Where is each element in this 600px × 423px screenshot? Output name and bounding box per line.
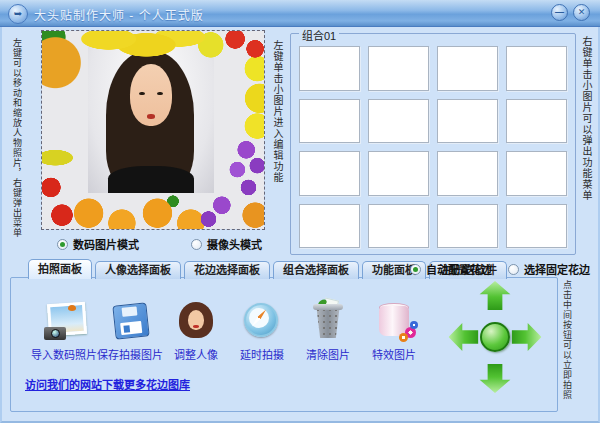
- tool-label: 导入数码照片: [31, 346, 97, 362]
- clear-photo-button[interactable]: 清除图片: [295, 302, 361, 362]
- download-lace-link[interactable]: 访问我们的网站下载更多花边图库: [25, 376, 190, 392]
- grid-cell[interactable]: [368, 151, 429, 196]
- grid-edit-hint-text: 左键单击小图片进入编辑功能: [270, 40, 285, 210]
- close-button[interactable]: ✕: [573, 4, 590, 21]
- floppy-shutter-shape: [122, 306, 138, 317]
- radio-label: 自动配置花边: [426, 261, 492, 277]
- flower-icon: [399, 333, 408, 342]
- titlebar[interactable]: ➥ 大头贴制作大师 - 个人正式版 — ✕: [0, 0, 600, 27]
- grid-cell[interactable]: [437, 46, 498, 91]
- radio-unchecked-icon: [508, 264, 519, 275]
- flower-icon: [410, 321, 418, 329]
- tool-label: 清除图片: [306, 346, 350, 362]
- close-icon: ✕: [578, 7, 586, 17]
- grid-cell[interactable]: [299, 151, 360, 196]
- minimize-icon: —: [555, 7, 564, 17]
- effects-photo-icon: [374, 302, 414, 340]
- timer-shoot-icon: [242, 302, 282, 340]
- radio-camera-mode[interactable]: 摄像头模式: [191, 236, 262, 252]
- floppy-square-shape: [123, 325, 130, 333]
- tool-label: 延时拍摄: [240, 346, 284, 362]
- move-down-arrow[interactable]: [479, 364, 511, 393]
- grid-cell[interactable]: [437, 204, 498, 249]
- grid-cell[interactable]: [368, 99, 429, 144]
- floppy-shape: [112, 302, 149, 339]
- radio-unchecked-icon: [191, 239, 202, 250]
- effects-photo-button[interactable]: 特效图片: [361, 302, 427, 362]
- timer-shoot-button[interactable]: 延时拍摄: [229, 302, 295, 362]
- import-photo-icon: [44, 302, 84, 340]
- minimize-button[interactable]: —: [551, 4, 568, 21]
- save-photo-button[interactable]: 保存拍摄图片: [97, 302, 163, 362]
- move-arrow-pad: [449, 281, 541, 393]
- combo-grid: [299, 46, 567, 248]
- tool-label: 特效图片: [372, 346, 416, 362]
- photo-hint-text: 左键可以移动和缩放人物照片，右键弹出菜单: [11, 38, 24, 238]
- portrait-shoulders: [108, 166, 194, 193]
- move-right-arrow[interactable]: [512, 323, 542, 352]
- tab-photo-panel[interactable]: 拍照面板: [28, 259, 92, 279]
- grid-cell[interactable]: [437, 151, 498, 196]
- move-left-arrow[interactable]: [449, 323, 479, 352]
- window-controls: — ✕: [551, 4, 590, 21]
- portrait-lips: [147, 114, 155, 119]
- radio-label: 数码图片模式: [73, 236, 139, 252]
- window-title: 大头贴制作大师 - 个人正式版: [34, 6, 204, 23]
- combo-groupbox: 组合01: [290, 33, 576, 255]
- grid-cell[interactable]: [299, 99, 360, 144]
- app-window: ➥ 大头贴制作大师 - 个人正式版 — ✕ 左键可以移动和缩放人物照片，右键弹出…: [0, 0, 600, 423]
- tool-label: 调整人像: [174, 346, 218, 362]
- tab-portrait-select-panel[interactable]: 人像选择面板: [95, 261, 181, 279]
- camera-lens-shape: [51, 329, 60, 338]
- app-icon: ➥: [8, 4, 28, 24]
- radio-label: 摄像头模式: [207, 236, 262, 252]
- grid-cell[interactable]: [506, 151, 567, 196]
- grid-cell[interactable]: [368, 46, 429, 91]
- portrait-eye: [157, 92, 163, 96]
- lace-radio-row: 自动配置花边 选择固定花边: [410, 261, 590, 277]
- icon-lips-shape: [193, 325, 199, 328]
- grid-cell[interactable]: [437, 99, 498, 144]
- portrait-photo: [88, 45, 214, 193]
- grid-cell[interactable]: [506, 46, 567, 91]
- portrait-face: [130, 64, 173, 126]
- trash-basket-shape: [314, 306, 342, 338]
- radio-digital-photo-mode[interactable]: 数码图片模式: [57, 236, 139, 252]
- butterfly-shape: [68, 305, 76, 311]
- adjust-portrait-button[interactable]: 调整人像: [163, 302, 229, 362]
- grid-cell[interactable]: [506, 99, 567, 144]
- portrait-eye: [139, 92, 145, 96]
- combo-groupbox-title: 组合01: [299, 27, 339, 43]
- photo-preview[interactable]: [42, 31, 264, 229]
- floppy-label-shape: [120, 321, 142, 335]
- radio-checked-icon: [57, 239, 68, 250]
- grid-menu-hint-text: 右键单击小图片可以弹出功能菜单: [579, 36, 594, 216]
- capture-center-button[interactable]: [480, 322, 510, 352]
- capture-hint-text: 点击中间按钮可以立即拍照: [561, 280, 574, 408]
- save-photo-icon: [110, 302, 150, 340]
- app-icon-glyph: ➥: [14, 8, 22, 19]
- import-photo-button[interactable]: 导入数码照片: [31, 302, 97, 362]
- radio-auto-lace[interactable]: 自动配置花边: [410, 261, 492, 277]
- adjust-portrait-icon: [176, 302, 216, 340]
- move-up-arrow[interactable]: [479, 281, 511, 310]
- grid-cell[interactable]: [299, 204, 360, 249]
- radio-label: 选择固定花边: [524, 261, 590, 277]
- radio-fixed-lace[interactable]: 选择固定花边: [508, 261, 590, 277]
- radio-checked-icon: [410, 264, 421, 275]
- photo-toolbar: 导入数码照片 保存拍摄图片: [31, 302, 427, 362]
- grid-cell[interactable]: [506, 204, 567, 249]
- tab-combo-select-panel[interactable]: 组合选择面板: [273, 261, 359, 279]
- tab-lace-select-panel[interactable]: 花边选择面板: [184, 261, 270, 279]
- grid-cell[interactable]: [368, 204, 429, 249]
- grid-cell[interactable]: [299, 46, 360, 91]
- clear-photo-icon: [308, 302, 348, 340]
- trash-rim-shape: [313, 304, 343, 310]
- tool-label: 保存拍摄图片: [97, 346, 163, 362]
- mode-radio-row: 数码图片模式 摄像头模式: [57, 236, 262, 252]
